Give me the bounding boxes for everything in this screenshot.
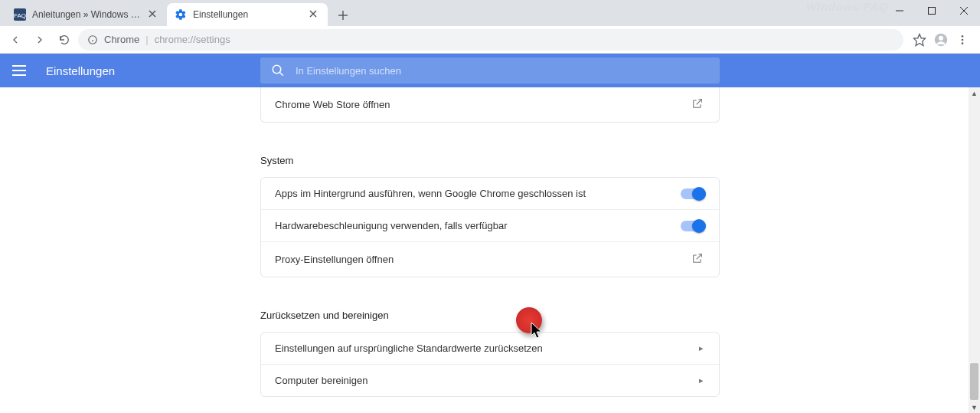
browser-toolbar: Chrome | chrome://settings bbox=[0, 26, 980, 54]
svg-line-22 bbox=[279, 72, 283, 76]
row-label: Computer bereinigen bbox=[275, 375, 699, 386]
row-clean-computer[interactable]: Computer bereinigen ▸ bbox=[261, 365, 719, 396]
row-label: Apps im Hintergrund ausführen, wenn Goog… bbox=[275, 188, 681, 199]
profile-avatar-icon[interactable] bbox=[934, 33, 948, 47]
hamburger-menu-icon[interactable] bbox=[12, 61, 31, 80]
favicon-faq: FAQ bbox=[14, 8, 26, 21]
card-system: Apps im Hintergrund ausführen, wenn Goog… bbox=[260, 177, 720, 277]
cursor-icon bbox=[531, 322, 544, 343]
menu-dots-icon[interactable] bbox=[956, 33, 969, 47]
row-hardware-accel[interactable]: Hardwarebeschleunigung verwenden, falls … bbox=[261, 210, 719, 242]
tab-anleitungen[interactable]: FAQ Anleitungen » Windows FAQ bbox=[6, 3, 167, 26]
section-title-reset: Zurücksetzen und bereinigen bbox=[260, 296, 720, 332]
minimize-button[interactable] bbox=[884, 0, 916, 21]
external-link-icon bbox=[691, 252, 704, 267]
url-segment-path: chrome://settings bbox=[155, 34, 230, 45]
close-window-button[interactable] bbox=[948, 0, 980, 21]
address-bar[interactable]: Chrome | chrome://settings bbox=[78, 29, 903, 51]
url-separator: | bbox=[145, 34, 148, 45]
external-link-icon bbox=[691, 97, 704, 112]
forward-button[interactable] bbox=[29, 29, 51, 51]
close-icon[interactable] bbox=[149, 9, 159, 20]
scroll-down-button[interactable]: ▼ bbox=[969, 402, 980, 413]
reload-button[interactable] bbox=[54, 29, 75, 51]
vertical-scrollbar[interactable]: ▲ ▼ bbox=[969, 87, 980, 413]
card-reset: Einstellungen auf ursprüngliche Standard… bbox=[260, 332, 720, 397]
svg-marker-15 bbox=[914, 34, 926, 45]
url-segment-scheme: Chrome bbox=[104, 34, 139, 45]
close-icon[interactable] bbox=[309, 9, 320, 20]
tab-einstellungen[interactable]: Einstellungen bbox=[167, 3, 328, 26]
row-proxy-settings[interactable]: Proxy-Einstellungen öffnen bbox=[261, 242, 719, 277]
bookmark-star-icon[interactable] bbox=[913, 33, 926, 47]
new-tab-button[interactable] bbox=[332, 5, 354, 26]
svg-point-20 bbox=[962, 42, 964, 44]
settings-header: Einstellungen In Einstellungen suchen bbox=[0, 54, 980, 87]
svg-point-19 bbox=[962, 38, 964, 41]
card-extensions: Chrome Web Store öffnen bbox=[260, 87, 720, 123]
scroll-thumb[interactable] bbox=[970, 363, 978, 400]
svg-rect-1 bbox=[929, 8, 936, 15]
gear-icon bbox=[175, 8, 187, 21]
row-label: Hardwarebeschleunigung verwenden, falls … bbox=[275, 220, 681, 231]
chevron-right-icon: ▸ bbox=[699, 375, 704, 385]
row-reset-defaults[interactable]: Einstellungen auf ursprüngliche Standard… bbox=[261, 333, 719, 365]
search-icon bbox=[271, 64, 285, 77]
watermark-text: Windows-FAQ bbox=[806, 0, 888, 13]
toggle-hardware-accel[interactable] bbox=[681, 221, 704, 231]
settings-content: Chrome Web Store öffnen System Apps im H… bbox=[0, 87, 980, 413]
window-controls bbox=[884, 0, 980, 21]
section-title-system: System bbox=[260, 141, 720, 177]
chevron-right-icon: ▸ bbox=[699, 343, 704, 353]
search-placeholder: In Einstellungen suchen bbox=[296, 65, 401, 77]
settings-search-input[interactable]: In Einstellungen suchen bbox=[260, 57, 720, 84]
svg-point-18 bbox=[962, 35, 964, 38]
back-button[interactable] bbox=[5, 29, 26, 51]
maximize-button[interactable] bbox=[916, 0, 948, 21]
svg-text:FAQ: FAQ bbox=[14, 12, 26, 19]
row-background-apps[interactable]: Apps im Hintergrund ausführen, wenn Goog… bbox=[261, 178, 719, 210]
row-open-web-store[interactable]: Chrome Web Store öffnen bbox=[261, 87, 719, 122]
svg-point-21 bbox=[273, 65, 281, 74]
scroll-up-button[interactable]: ▲ bbox=[969, 87, 980, 99]
row-label: Einstellungen auf ursprüngliche Standard… bbox=[275, 343, 699, 354]
svg-point-17 bbox=[939, 35, 943, 40]
site-info-icon[interactable] bbox=[87, 34, 98, 45]
page-title: Einstellungen bbox=[46, 64, 115, 77]
tab-title: Einstellungen bbox=[193, 9, 303, 20]
row-label: Chrome Web Store öffnen bbox=[275, 99, 691, 110]
tab-title: Anleitungen » Windows FAQ bbox=[32, 9, 142, 20]
row-label: Proxy-Einstellungen öffnen bbox=[275, 254, 691, 265]
toggle-background-apps[interactable] bbox=[681, 188, 704, 199]
